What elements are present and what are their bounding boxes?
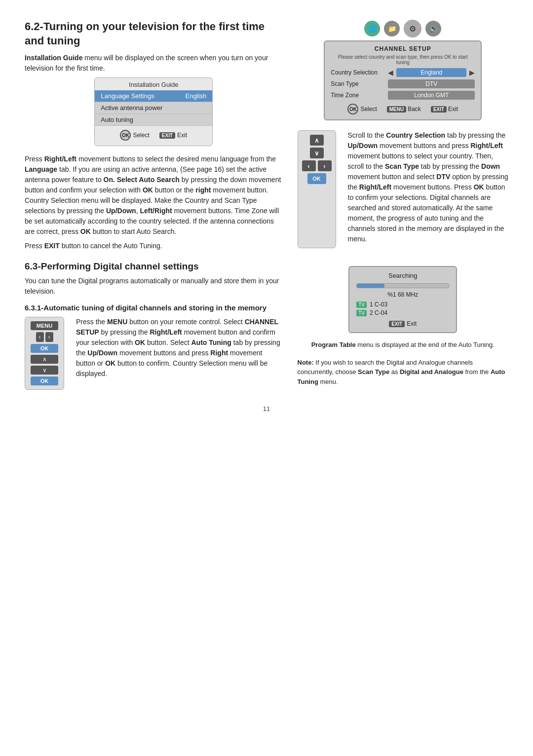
right-btn: › <box>45 332 53 342</box>
tv-row-2: TV 2 C-04 <box>356 309 449 316</box>
down-btn: ∨ <box>31 366 58 375</box>
channel-setup-footer: OK Select MENU Back EXIT Exit <box>331 104 475 114</box>
scan-type-value: DTV <box>388 79 475 88</box>
cs-ok-circle: OK <box>347 104 358 114</box>
cs-exit-label: Exit <box>448 106 458 113</box>
channel-setup-box: CHANNEL SETUP Please select country and … <box>324 40 482 120</box>
lang-settings-label: Language Settings <box>101 92 154 100</box>
section-63-intro: You can tune the Digital programs automa… <box>25 276 283 297</box>
left-column: 6.2-Turning on your television for the f… <box>25 20 283 390</box>
installation-guide-bold: Installation Guide <box>25 54 82 62</box>
section-631-body: Press the MENU button on your remote con… <box>76 317 283 386</box>
mute-icon: 🔈 <box>425 21 441 37</box>
channel-setup-title: CHANNEL SETUP <box>331 45 475 52</box>
directions-box: ∧ ∨ ‹ › OK <box>298 130 336 248</box>
down-dir-btn: ∨ <box>310 148 324 158</box>
section-63-title: 6.3-Performing Digital channel settings <box>25 261 283 272</box>
time-zone-label: Time Zone <box>331 92 385 99</box>
folder-icon: 📁 <box>384 21 400 37</box>
tv-badge-2: TV <box>356 310 367 316</box>
auto-tuning-label: Auto tuning <box>101 116 133 123</box>
menu-badge-icon: MENU <box>387 106 406 113</box>
tv-channel-2: 2 C-04 <box>370 309 387 316</box>
channel-setup-wrapper: 🌐 📁 ⚙ 🔈 CHANNEL SETUP Please select coun… <box>324 20 482 120</box>
up-dir-btn: ∧ <box>310 135 324 146</box>
install-select-label: Select <box>133 132 149 139</box>
scan-type-label: Scan Type <box>331 80 385 87</box>
lr-btns: ‹ › <box>36 332 53 342</box>
ok-circle-icon: OK <box>120 130 131 141</box>
scan-type-row: Scan Type DTV <box>331 79 475 88</box>
searching-exit-label: Exit <box>407 320 417 327</box>
program-table-text: Program Table menu is displayed at the e… <box>311 340 495 350</box>
section-62-title: 6.2-Turning on your television for the f… <box>25 20 283 48</box>
searching-exit-icon: EXIT <box>389 321 405 327</box>
tv-row-1: TV 1 C-03 <box>356 301 449 308</box>
globe-icon: 🌐 <box>364 21 380 37</box>
searching-freq: %1 68 MHz <box>356 291 449 298</box>
remote-icons: 🌐 📁 ⚙ 🔈 <box>364 20 441 38</box>
left-dir-btn: ‹ <box>302 160 316 171</box>
tv-badge-1: TV <box>356 302 367 308</box>
lang-settings-row: Language Settings English <box>95 90 212 102</box>
install-guide-footer: OK Select EXIT Exit <box>95 130 212 141</box>
lr-dir-row: ‹ › <box>302 160 332 171</box>
ok-menu-btn: OK <box>31 344 58 353</box>
section-631-content: MENU ‹ › OK ∧ ∨ OK Press the MENU button… <box>25 317 283 390</box>
menu-remote-box: MENU ‹ › OK ∧ ∨ OK <box>25 317 64 390</box>
cs-back-label: Back <box>408 106 421 113</box>
left-btn: ‹ <box>36 332 44 342</box>
progress-bar <box>356 283 449 288</box>
up-btn: ∧ <box>31 355 58 364</box>
install-guide-title: Installation Guide <box>95 78 212 90</box>
right-dir-btn: › <box>318 160 332 171</box>
progress-fill <box>357 284 384 288</box>
exit-badge-icon: EXIT <box>159 132 175 139</box>
install-guide-box: Installation Guide Language Settings Eng… <box>94 77 213 146</box>
active-antenna-row: Active antenna power <box>95 102 212 114</box>
lang-settings-value: English <box>186 92 207 100</box>
country-arrow-left[interactable]: ◀ <box>388 69 393 76</box>
country-arrow-right[interactable]: ▶ <box>469 69 475 76</box>
settings-icon: ⚙ <box>404 20 421 38</box>
active-antenna-label: Active antenna power <box>101 104 162 112</box>
section-62-body: Press Right/Left movement buttons to sel… <box>25 154 283 237</box>
directions-text: Scroll to the Country Selection tab by p… <box>348 130 509 244</box>
remote-top: 🌐 📁 ⚙ 🔈 <box>324 20 482 38</box>
searching-box: Searching %1 68 MHz TV 1 C-03 TV 2 C-04 … <box>348 266 457 333</box>
time-zone-row: Time Zone London GMT <box>331 91 475 100</box>
install-exit-label: Exit <box>177 132 187 139</box>
country-selection-row: Country Selection ◀ England ▶ <box>331 68 475 77</box>
install-exit-btn[interactable]: EXIT Exit <box>159 130 187 141</box>
country-selection-label: Country Selection <box>331 69 385 76</box>
cs-select-label: Select <box>360 106 377 113</box>
right-column: 🌐 📁 ⚙ 🔈 CHANNEL SETUP Please select coun… <box>298 20 509 390</box>
exit-note: Press EXIT button to cancel the Auto Tun… <box>25 241 283 251</box>
tv-channel-1: 1 C-03 <box>370 301 387 308</box>
section-631-title: 6.3.1-Automatic tuning of digital channe… <box>25 303 283 312</box>
ok-dir-btn: OK <box>307 173 326 184</box>
section-62-intro: Installation Guide menu will be displaye… <box>25 53 283 74</box>
page-number: 11 <box>25 405 508 413</box>
auto-tuning-row: Auto tuning <box>95 114 212 126</box>
note-text: Note: If you wish to search the Digital … <box>298 358 509 387</box>
searching-footer: EXIT Exit <box>356 320 449 327</box>
cs-back-btn[interactable]: MENU Back <box>387 104 421 114</box>
cs-exit-badge-icon: EXIT <box>431 106 447 113</box>
ok-menu-btn-2: OK <box>31 377 58 385</box>
cs-ok-btn[interactable]: OK Select <box>347 104 377 114</box>
searching-exit-btn[interactable]: EXIT Exit <box>389 320 417 327</box>
channel-setup-subtitle: Please select country and scan type, the… <box>331 54 475 65</box>
menu-btn: MENU <box>31 321 58 330</box>
country-selection-value: England <box>396 68 466 77</box>
time-zone-value: London GMT <box>388 91 475 100</box>
cs-exit-btn[interactable]: EXIT Exit <box>431 104 458 114</box>
directions-section: ∧ ∨ ‹ › OK Scroll to the Country Selecti… <box>298 130 509 248</box>
install-ok-btn[interactable]: OK Select <box>120 130 149 141</box>
searching-title: Searching <box>356 272 449 279</box>
